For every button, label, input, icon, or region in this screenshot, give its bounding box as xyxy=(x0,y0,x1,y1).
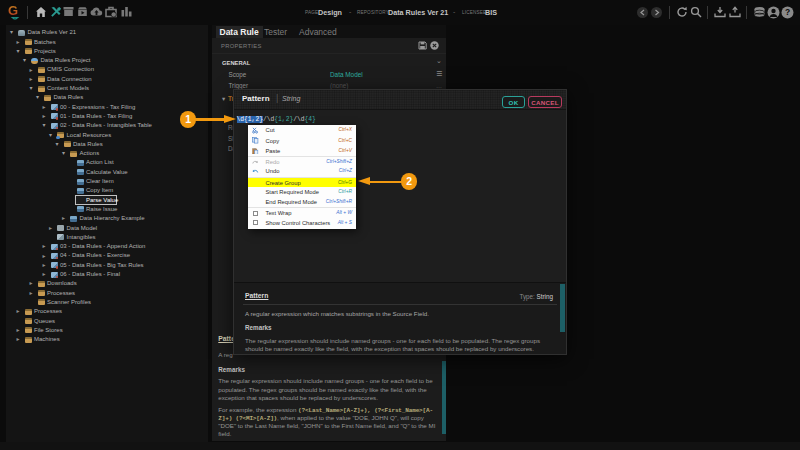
svg-text:?: ? xyxy=(785,7,790,17)
